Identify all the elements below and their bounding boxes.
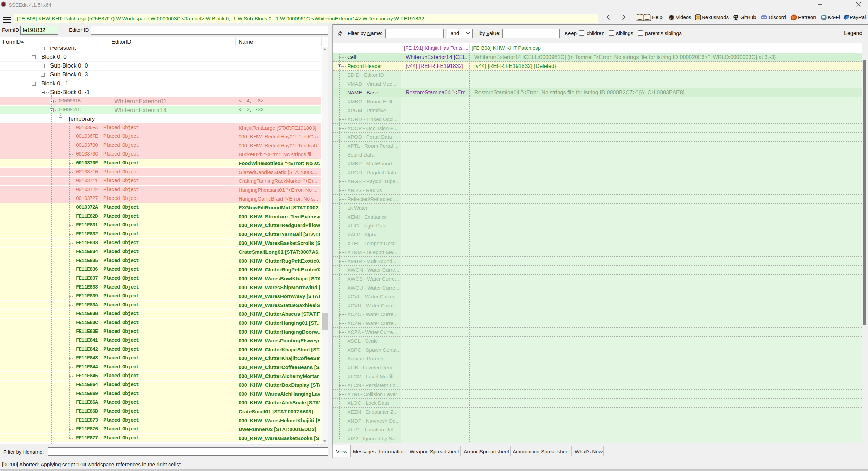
- svg-text:GP: GP: [670, 16, 674, 19]
